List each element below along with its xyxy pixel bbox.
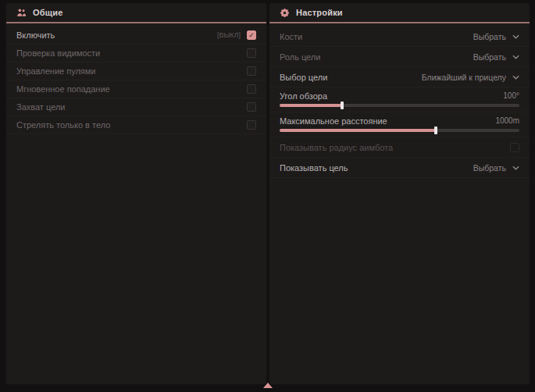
checkmark-icon: ✓ (248, 32, 255, 39)
dropdown-value: Выбрать (473, 52, 506, 62)
row-bullet-control: Управление пулями (6, 62, 266, 80)
dropdown-value: Выбрать (473, 163, 506, 173)
dropdown-value: Выбрать (473, 32, 506, 41)
row-bones: КостиВыбрать (269, 27, 530, 47)
row-label: Управление пулями (16, 66, 96, 76)
slider-handle[interactable] (341, 102, 344, 109)
row-show-aimbot-radius: Показывать радиус аимбота (269, 137, 530, 158)
panel-title: Общие (33, 8, 63, 17)
chevron-down-icon (512, 75, 519, 80)
chevron-down-icon (512, 34, 519, 39)
row-label: Проверка видимости (16, 48, 100, 58)
row-label: Выбор цели (280, 73, 327, 82)
instant-hit-checkbox[interactable] (247, 84, 256, 94)
panel-general: Общие Включить[ВЫКЛ]✓Проверка видимостиУ… (6, 3, 266, 384)
target-selection-dropdown[interactable]: Ближайший к прицелу (422, 73, 519, 82)
general-rows: Включить[ВЫКЛ]✓Проверка видимостиУправле… (6, 23, 266, 134)
panel-title: Настройки (296, 8, 343, 17)
scroll-up-indicator[interactable] (263, 383, 273, 388)
gear-icon (280, 8, 290, 18)
show-aimbot-radius-checkbox[interactable] (510, 143, 519, 152)
row-target-lock: Захват цели (6, 98, 266, 116)
slider-fill (280, 129, 436, 132)
row-fov: Угол обзора100° (269, 87, 530, 112)
target-lock-checkbox[interactable] (247, 102, 256, 112)
panel-settings: Настройки КостиВыбратьРоль целиВыбратьВы… (269, 3, 530, 384)
row-label: Максимальное расстояние (280, 116, 387, 126)
settings-rows: КостиВыбратьРоль целиВыбратьВыбор целиБл… (269, 23, 530, 178)
slider-value: 1000m (495, 116, 519, 125)
row-label: Угол обзора (280, 91, 327, 101)
enable-keybind[interactable]: [ВЫКЛ] (217, 31, 241, 39)
bones-dropdown[interactable]: Выбрать (473, 32, 519, 41)
target-role-dropdown[interactable]: Выбрать (473, 52, 519, 62)
bullet-control-checkbox[interactable] (247, 66, 256, 76)
dropdown-value: Ближайший к прицелу (422, 73, 506, 82)
panel-general-header: Общие (6, 3, 266, 23)
show-target-dropdown[interactable]: Выбрать (473, 163, 519, 173)
users-icon (16, 8, 27, 18)
row-instant-hit: Мгновенное попадание (6, 80, 266, 98)
row-label: Мгновенное попадание (16, 84, 110, 94)
row-label: Показывать цель (280, 163, 348, 173)
fov-slider[interactable] (280, 104, 519, 107)
row-visibility-check: Проверка видимости (6, 45, 266, 62)
slider-fill (280, 104, 342, 107)
row-enable: Включить[ВЫКЛ]✓ (6, 27, 266, 45)
row-label: Кости (280, 32, 302, 41)
slider-handle[interactable] (434, 127, 437, 134)
body-shots-only-checkbox[interactable] (247, 120, 256, 130)
enable-checkbox[interactable]: ✓ (247, 30, 256, 40)
panel-settings-header: Настройки (269, 3, 530, 23)
row-label: Стрелять только в тело (16, 120, 110, 130)
row-label: Включить (16, 30, 55, 40)
row-body-shots-only: Стрелять только в тело (6, 116, 266, 134)
chevron-down-icon (512, 55, 519, 59)
row-label: Роль цели (280, 52, 320, 62)
visibility-check-checkbox[interactable] (247, 48, 256, 58)
row-target-selection: Выбор целиБлижайший к прицелу (269, 67, 530, 87)
row-label: Захват цели (16, 102, 65, 112)
row-label: Показывать радиус аимбота (280, 143, 393, 152)
row-max-distance: Максимальное расстояние1000m (269, 112, 530, 137)
slider-value: 100° (503, 91, 519, 100)
chevron-down-icon (512, 166, 519, 170)
row-show-target: Показывать цельВыбрать (269, 158, 530, 178)
max-distance-slider[interactable] (280, 129, 519, 132)
row-target-role: Роль целиВыбрать (269, 47, 530, 67)
